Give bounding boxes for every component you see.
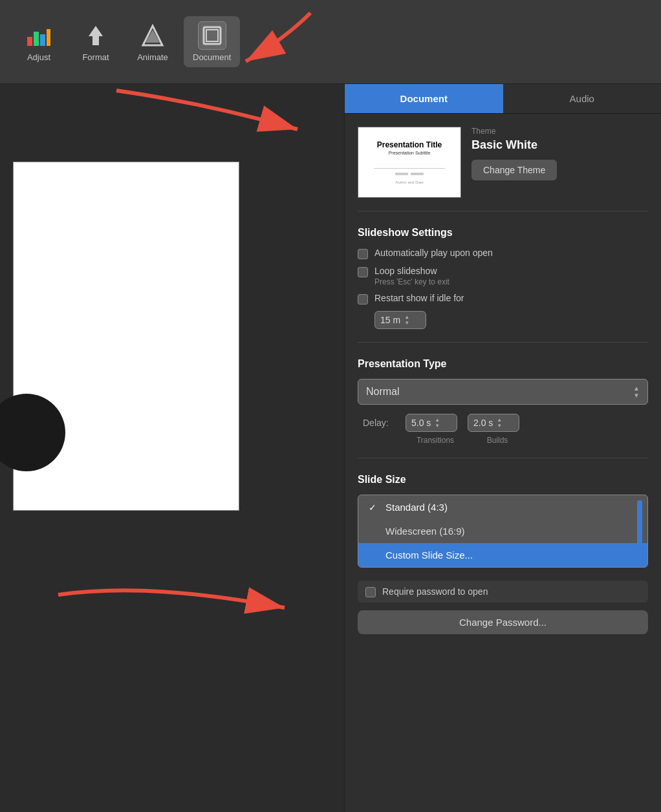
adjust-icon [25,21,53,50]
idle-arrows[interactable]: ▲ ▼ [404,314,409,326]
thumbnail-dot [395,173,408,175]
slide-size-custom[interactable]: Custom Slide Size... [358,543,647,567]
change-password-button[interactable]: Change Password... [358,610,648,634]
format-button[interactable]: Format [70,16,122,67]
adjust-label: Adjust [27,52,50,62]
format-icon [81,21,110,50]
svg-marker-4 [89,26,103,45]
trans-up-icon[interactable]: ▲ [435,417,440,423]
builds-stepper[interactable]: 2.0 s ▲ ▼ [468,414,519,432]
slide-size-standard[interactable]: ✓ Standard (4:3) [358,495,647,519]
widescreen-label: Widescreen (16:9) [385,526,465,537]
loop-row: Loop slideshow Press 'Esc' key to exit [358,266,648,286]
change-theme-button[interactable]: Change Theme [471,160,557,180]
slideshow-header: Slideshow Settings [358,227,648,239]
loop-label: Loop slideshow [374,266,450,276]
idle-stepper[interactable]: 15 m ▲ ▼ [374,311,426,329]
adjust-button[interactable]: Adjust [13,16,65,67]
document-button[interactable]: Document [184,16,240,67]
slide-circle-decoration [0,394,65,471]
dropdown-indicator [637,500,642,552]
animate-icon [138,21,167,50]
main-area: Document Audio Presentation Title Presen… [0,84,661,812]
slide-area [0,84,344,812]
tab-audio[interactable]: Audio [503,84,662,113]
delay-sublabels: Transitions Builds [358,436,648,445]
select-down-icon[interactable]: ▼ [633,392,640,399]
theme-thumbnail: Presentation Title Presentation Subtitle… [358,127,461,198]
builds-sublabel: Builds [471,436,523,445]
delay-row: Delay: 5.0 s ▲ ▼ 2.0 s ▲ ▼ [358,414,648,432]
transitions-arrows[interactable]: ▲ ▼ [435,417,440,429]
auto-play-label: Automatically play upon open [374,248,493,258]
thumbnail-line [374,168,445,169]
slide-size-dropdown: ✓ Standard (4:3) Widescreen (16:9) Custo… [358,495,648,568]
select-up-icon[interactable]: ▲ [633,385,640,392]
loop-labels: Loop slideshow Press 'Esc' key to exit [374,266,450,286]
presentation-type-select[interactable]: Normal ▲ ▼ [358,379,648,405]
custom-label: Custom Slide Size... [385,550,473,561]
require-password-row: Require password to open [358,581,648,603]
up-arrow-icon[interactable]: ▲ [404,314,409,320]
animate-button[interactable]: Animate [127,16,179,67]
restart-checkbox[interactable] [358,294,368,304]
theme-info: Theme Basic White Change Theme [471,127,648,180]
presentation-type-value: Normal [366,386,400,398]
toolbar: Adjust Format Animate Document [0,0,661,84]
svg-rect-3 [47,29,50,46]
password-section: Require password to open Change Password… [358,581,648,634]
builds-up-icon[interactable]: ▲ [497,417,502,423]
builds-down-icon[interactable]: ▼ [497,423,502,429]
transitions-sublabel: Transitions [409,436,461,445]
presentation-type-header: Presentation Type [358,358,648,370]
idle-row: 15 m ▲ ▼ [358,311,648,329]
delay-label: Delay: [363,418,395,428]
loop-sublabel: Press 'Esc' key to exit [374,277,450,286]
animate-label: Animate [137,52,168,62]
restart-label: Restart show if idle for [374,293,464,303]
theme-name: Basic White [471,138,648,152]
panel-content: Presentation Title Presentation Subtitle… [345,114,661,812]
thumbnail-dot-2 [411,173,424,175]
svg-rect-8 [206,30,218,41]
loop-checkbox[interactable] [358,267,368,277]
down-arrow-icon[interactable]: ▼ [404,320,409,326]
inspector-panel: Document Audio Presentation Title Presen… [344,84,661,812]
svg-rect-2 [40,34,45,46]
presentation-type-section: Presentation Type Normal ▲ ▼ Delay: 5.0 … [358,358,648,458]
thumbnail-subtitle: Presentation Subtitle [389,151,431,155]
svg-rect-0 [27,37,32,46]
theme-section: Presentation Title Presentation Subtitle… [358,127,648,211]
transitions-stepper[interactable]: 5.0 s ▲ ▼ [406,414,457,432]
slide-size-widescreen[interactable]: Widescreen (16:9) [358,519,647,543]
auto-play-checkbox[interactable] [358,249,368,259]
thumbnail-title: Presentation Title [377,140,442,149]
transitions-value: 5.0 s [411,418,431,428]
format-label: Format [82,52,109,62]
slide-size-section: Slide Size ✓ Standard (4:3) Widescreen (… [358,474,648,568]
theme-label: Theme [471,127,648,136]
thumbnail-footer: Author and Date [395,180,424,184]
trans-down-icon[interactable]: ▼ [435,423,440,429]
thumbnail-dots [395,173,424,175]
select-arrows-icon[interactable]: ▲ ▼ [633,385,640,399]
tab-document[interactable]: Document [345,84,503,113]
slideshow-settings: Slideshow Settings Automatically play up… [358,227,648,343]
panel-tabs: Document Audio [345,84,661,114]
document-label: Document [193,52,231,62]
slide-canvas [13,162,239,511]
builds-value: 2.0 s [473,418,493,428]
idle-value: 15 m [380,315,400,325]
restart-row: Restart show if idle for [358,293,648,304]
svg-rect-1 [34,32,39,46]
auto-play-row: Automatically play upon open [358,248,648,259]
builds-arrows[interactable]: ▲ ▼ [497,417,502,429]
checkmark-icon: ✓ [369,502,379,513]
document-icon [198,21,226,50]
require-password-label: Require password to open [382,586,488,597]
standard-label: Standard (4:3) [385,502,448,513]
slide-size-header: Slide Size [358,474,648,486]
require-password-checkbox[interactable] [365,587,376,597]
